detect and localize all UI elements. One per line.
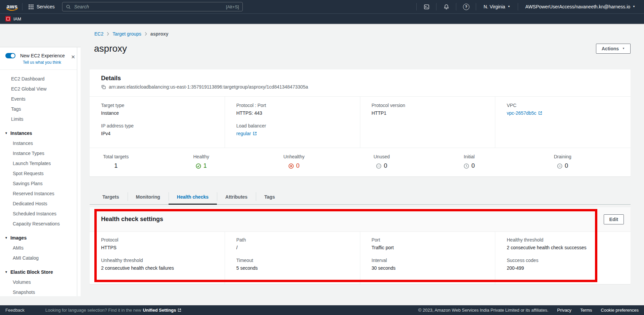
sidebar-item[interactable]: ▼ EC2 Global View: [0, 84, 81, 94]
sidebar-item[interactable]: ▼ Instance Types: [0, 148, 81, 158]
divider: [476, 3, 476, 10]
vpc-link[interactable]: vpc-2657db5c: [507, 110, 542, 116]
new-experience-label: New EC2 Experience: [20, 53, 65, 58]
stat-draining: Draining 0: [541, 154, 631, 170]
tab[interactable]: Targets: [94, 190, 128, 205]
favorite-iam[interactable]: IAM: [13, 16, 21, 21]
cookie-preferences-link[interactable]: Cookie preferences: [601, 308, 639, 313]
external-link-icon: [253, 132, 257, 136]
tab[interactable]: Health checks: [169, 190, 217, 205]
check-circle-icon: [196, 163, 201, 169]
details-header: Details arn:aws:elasticloadbalancing:us-…: [90, 69, 631, 97]
copyright: © 2023, Amazon Web Services India Privat…: [418, 308, 549, 313]
chevron-right-icon: [145, 32, 147, 36]
divider: [436, 3, 436, 10]
sidebar-item[interactable]: ▼ Snapshots: [0, 287, 81, 296]
new-experience-toggle[interactable]: [5, 53, 15, 58]
divider: [416, 3, 417, 10]
sidebar-item[interactable]: ▼ AMIs: [0, 243, 81, 253]
stat-initial: Initial 0: [450, 154, 541, 170]
copy-arn-button[interactable]: [101, 85, 106, 90]
search-icon: [66, 4, 71, 9]
sidebar-item[interactable]: ▼ Scheduled Instances: [0, 209, 81, 219]
field-port: Port Traffic port: [372, 237, 489, 250]
tab-bar: Targets Monitoring Health checks Attribu…: [90, 190, 631, 205]
tab[interactable]: Monitoring: [128, 190, 169, 205]
edit-button[interactable]: Edit: [604, 214, 624, 224]
load-balancer-link[interactable]: regular: [236, 131, 257, 136]
sidebar-item[interactable]: ▼ Instances: [0, 128, 81, 138]
notifications-button[interactable]: [440, 2, 453, 11]
language-hint: Looking for language selection? Find it …: [45, 308, 181, 313]
unified-settings-link[interactable]: Unified Settings: [143, 308, 181, 313]
feedback-link[interactable]: Feedback: [5, 308, 25, 313]
tab[interactable]: Attributes: [217, 190, 256, 205]
aws-console: aws Services [Alt+S]: [0, 0, 644, 315]
account-label: AWSPowerUserAccess/navaneeth.kn@harness.…: [525, 4, 631, 9]
caret-down-icon: ▼: [5, 236, 8, 240]
breadcrumb-target-groups[interactable]: Target groups: [112, 31, 141, 37]
sidebar: New EC2 Experience Tell us what you thin…: [0, 47, 81, 296]
breadcrumb-current: asproxy: [150, 31, 169, 37]
arn-value: arn:aws:elasticloadbalancing:us-east-1:3…: [109, 84, 308, 90]
sidebar-item[interactable]: ▼ Tags: [0, 104, 81, 114]
sidebar-item[interactable]: ▼ Dedicated Hosts: [0, 199, 81, 209]
search-input[interactable]: [74, 4, 223, 10]
sidebar-scrollbar[interactable]: [77, 47, 81, 296]
sidebar-item[interactable]: ▼ EC2 Dashboard: [0, 74, 81, 84]
close-icon[interactable]: ✕: [71, 54, 75, 59]
sidebar-item[interactable]: ▼ Savings Plans: [0, 178, 81, 189]
aws-logo[interactable]: aws: [5, 2, 19, 11]
field-load-balancer: Load balancer regular: [236, 123, 353, 136]
hc-column-1: Protocol HTTPS Unhealthy threshold 2 con…: [90, 232, 225, 284]
sidebar-item[interactable]: ▼ Events: [0, 94, 81, 104]
tell-us-link[interactable]: Tell us what you think: [23, 60, 75, 65]
sidebar-item[interactable]: ▼ Capacity Reservations: [0, 219, 81, 229]
caret-down-icon: ▼: [508, 5, 510, 8]
chevron-right-icon: [107, 32, 109, 36]
sidebar-item[interactable]: ▼ Launch Templates: [0, 158, 81, 168]
breadcrumb-ec2[interactable]: EC2: [94, 31, 103, 37]
external-link-icon: [178, 308, 181, 312]
health-check-header: Health check settings Edit: [90, 207, 631, 232]
caret-down-icon: ▼: [5, 132, 8, 135]
sidebar-item[interactable]: ▼ Elastic Block Store: [0, 267, 81, 277]
terms-link[interactable]: Terms: [580, 308, 592, 313]
hc-column-4: Healthy threshold 2 consecutive health c…: [495, 232, 631, 284]
tab[interactable]: Tags: [256, 190, 283, 205]
clock-circle-icon: [464, 163, 469, 169]
sidebar-item[interactable]: ▼ AMI Catalog: [0, 253, 81, 263]
sidebar-item[interactable]: ▼ Images: [0, 233, 81, 243]
sidebar-item[interactable]: ▼ Instances: [0, 138, 81, 148]
cloudshell-button[interactable]: [420, 2, 433, 11]
account-menu[interactable]: AWSPowerUserAccess/navaneeth.kn@harness.…: [521, 4, 639, 9]
field-interval: Interval 30 seconds: [372, 258, 489, 271]
sidebar-item[interactable]: ▼ Volumes: [0, 277, 81, 287]
privacy-link[interactable]: Privacy: [557, 308, 571, 313]
breadcrumb: EC2 Target groups asproxy: [94, 31, 631, 37]
target-health-summary: Total targets 1 Healthy 1: [90, 148, 631, 176]
services-menu[interactable]: Services: [26, 4, 57, 9]
field-protocol-version: Protocol version HTTP1: [372, 103, 489, 116]
sidebar-item[interactable]: ▼ Reserved Instances: [0, 189, 81, 199]
region-selector[interactable]: N. Virginia ▼: [479, 4, 514, 9]
actions-button[interactable]: Actions ▼: [596, 44, 631, 54]
global-search[interactable]: [Alt+S]: [62, 2, 243, 11]
help-button[interactable]: ?: [460, 2, 472, 11]
new-experience-block: New EC2 Experience Tell us what you thin…: [0, 47, 81, 70]
stat-healthy: Healthy 1: [180, 154, 270, 170]
main-content: EC2 Target groups asproxy asproxy Action…: [81, 23, 644, 305]
details-column-2: Protocol : Port HTTPS: 443 Load balancer…: [225, 97, 360, 148]
terminal-icon: [424, 4, 429, 10]
sidebar-item[interactable]: ▼ Spot Requests: [0, 168, 81, 178]
divider: [518, 3, 518, 10]
sidebar-item[interactable]: ▼ Limits: [0, 114, 81, 124]
iam-service-icon: [5, 16, 11, 21]
arn-row: arn:aws:elasticloadbalancing:us-east-1:3…: [101, 84, 624, 90]
field-ip-address-type: IP address type IPv4: [101, 123, 218, 136]
bell-icon: [444, 4, 449, 10]
field-protocol: Protocol HTTPS: [101, 237, 218, 250]
stat-unused: Unused 0: [360, 154, 451, 170]
services-label: Services: [37, 4, 55, 9]
details-heading: Details: [101, 75, 624, 82]
